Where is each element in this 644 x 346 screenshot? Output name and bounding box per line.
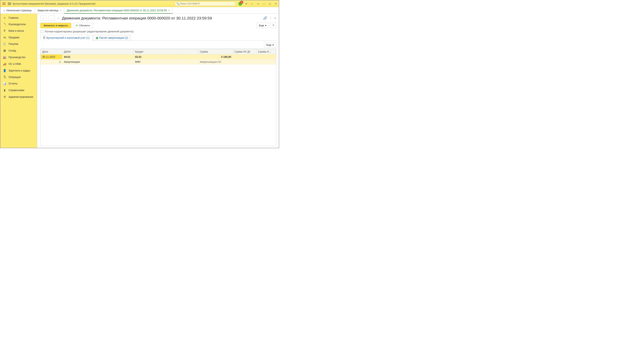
postings-table: Дата Дебет Кредит Сумма Сумма НУ Дт Сумм… [40, 49, 276, 146]
save-and-close-button[interactable]: Записать и закрыть [40, 23, 71, 28]
tab-label: Движения документа: Регламентная операци… [67, 9, 167, 12]
cell-empty [179, 54, 198, 59]
col-date[interactable]: Дата [41, 49, 62, 54]
col-sum-nu-dt[interactable]: Сумма НУ Дт [233, 49, 256, 54]
tab-close-icon[interactable]: × [168, 9, 170, 12]
cell-empty [256, 59, 276, 64]
sidebar-item-main[interactable]: ≡Главное [0, 14, 37, 21]
posting-subrow[interactable]: 1 Амортизация МФУ Амортизация ОС [41, 59, 276, 64]
notifications-button[interactable]: 2 [238, 2, 242, 5]
list-icon: ≡ [3, 16, 6, 19]
minimize-button[interactable]: — [262, 2, 266, 5]
sidebar-item-label: Справочники [8, 89, 24, 92]
chart-icon: 〽 [3, 22, 6, 26]
col-sum-nu-kt[interactable]: Сумма Н... [256, 49, 276, 54]
sidebar-item-label: Отчеты [8, 82, 18, 85]
sidebar-item-purchases[interactable]: 🛒Покупки [0, 40, 37, 47]
sidebar-item-sales[interactable]: 🛍Продажи [0, 34, 37, 40]
sidebar-item-admin[interactable]: ⚙Администрирование [0, 93, 37, 100]
tab-label: Закрытие месяца [37, 9, 58, 12]
close-window-button[interactable]: ✕ [274, 2, 278, 5]
truck-icon: 🚚 [3, 62, 6, 65]
cell-empty [233, 59, 256, 64]
sidebar-item-label: Покупки [8, 42, 18, 45]
sidebar-item-label: Главное [8, 16, 18, 19]
dtkt-icon: ДтКт [43, 36, 45, 39]
gear-icon: ⚙ [3, 95, 6, 98]
sidebar-item-label: Склад [8, 49, 16, 52]
tab-depreciation-calc[interactable]: ▦ Расчет амортизации (1) [93, 35, 131, 40]
forward-button[interactable]: → [48, 15, 55, 21]
link-button[interactable]: 🔗 [263, 16, 267, 20]
posting-row[interactable]: 30.11.2022 44.01 02.01 3 160,00 [41, 54, 276, 59]
notification-badge: 2 [240, 1, 243, 4]
more-button-label: Еще [259, 24, 264, 27]
manual-edit-checkbox[interactable] [40, 30, 44, 33]
back-button[interactable]: ← [40, 15, 47, 21]
sidebar-item-label: ОС и НМА [8, 62, 21, 65]
chevron-down-icon: ▾ [272, 43, 274, 46]
col-credit[interactable]: Кредит [134, 49, 198, 54]
cell-sum: 3 160,00 [198, 54, 233, 59]
search-input[interactable] [180, 2, 234, 5]
title-bar: 1C Бухгалтерия предприятия (базовая), ре… [0, 0, 279, 7]
sidebar-item-label: Производство [8, 56, 26, 59]
book-icon: ▮ [3, 88, 6, 92]
close-page-button[interactable]: × [274, 16, 276, 20]
sidebar-item-label: Руководителю [8, 23, 26, 26]
home-tab[interactable]: ⌂ Начальная страница [0, 7, 35, 13]
tab-accounting[interactable]: ДтКт Бухгалтерский и налоговый учет (1) [40, 35, 92, 40]
bag-icon: 🛍 [3, 36, 6, 39]
cell-empty [86, 54, 103, 59]
sidebar-item-operations[interactable]: ДтКтОперации [0, 74, 37, 80]
cell-date: 30.11.2022 [41, 54, 62, 59]
sidebar-item-manager[interactable]: 〽Руководителю [0, 21, 37, 27]
sidebar-item-reports[interactable]: 📊Отчеты [0, 80, 37, 87]
table-icon: ▦ [96, 36, 98, 39]
dtkt-icon: ДтКт [3, 76, 6, 78]
sidebar-item-warehouse[interactable]: ▦Склад [0, 47, 37, 54]
favorite-star-button[interactable]: ☆ [57, 16, 60, 20]
sidebar-item-label: Администрирование [8, 95, 33, 98]
table-more-button[interactable]: Еще▾ [264, 42, 276, 48]
more-menu-button[interactable]: ⋮ [269, 16, 272, 20]
history-button[interactable]: ↺ [244, 2, 248, 5]
main-menu-button[interactable] [8, 2, 11, 5]
sidebar-item-bank[interactable]: ₽Банк и касса [0, 27, 37, 34]
table-header-row: Дата Дебет Кредит Сумма Сумма НУ Дт Сумм… [41, 49, 276, 54]
cell-empty [233, 54, 256, 59]
maximize-button[interactable]: ◻ [268, 2, 272, 5]
home-icon: ⌂ [3, 9, 5, 12]
cell-empty [256, 54, 276, 59]
sidebar-item-catalogs[interactable]: ▮Справочники [0, 87, 37, 93]
app-title: Бухгалтерия предприятия (базовая), редак… [12, 2, 96, 5]
cell-credit-subconto: МФУ [134, 59, 198, 64]
tab-close-icon[interactable]: × [60, 9, 61, 12]
help-button[interactable]: ? [270, 22, 276, 28]
favorites-button[interactable]: ☆ [250, 2, 254, 5]
page-title: Движения документа: Регламентная операци… [62, 16, 212, 20]
sidebar-item-production[interactable]: 🏭Производство [0, 54, 37, 60]
inner-tab-label: Расчет амортизации (1) [99, 36, 128, 39]
tab-document-movements[interactable]: Движения документа: Регламентная операци… [64, 7, 172, 13]
col-sum[interactable]: Сумма [198, 49, 233, 54]
col-debit[interactable]: Дебет [62, 49, 134, 54]
panel-settings-button[interactable]: ≡ [256, 2, 260, 5]
home-tab-label: Начальная страница [6, 9, 31, 12]
section-sidebar: ≡Главное 〽Руководителю ₽Банк и касса 🛍Пр… [0, 14, 37, 148]
refresh-button-label: Обновить [79, 24, 90, 27]
cell-empty [103, 54, 134, 59]
cell-empty [157, 54, 179, 59]
refresh-button[interactable]: ⟳Обновить [73, 23, 93, 28]
inner-tab-label: Бухгалтерский и налоговый учет (1) [46, 36, 89, 39]
more-button[interactable]: Еще▾ [256, 22, 269, 28]
sidebar-item-payroll[interactable]: 👤Зарплата и кадры [0, 67, 37, 74]
tabs-bar: ⌂ Начальная страница Закрытие месяца × Д… [0, 7, 279, 14]
app-logo: 1C [2, 2, 6, 5]
bars-icon: 📊 [3, 82, 6, 85]
sidebar-item-assets[interactable]: 🚚ОС и НМА [0, 60, 37, 67]
global-search[interactable]: 🔍 [175, 1, 236, 6]
search-icon: 🔍 [176, 2, 180, 5]
tab-month-closing[interactable]: Закрытие месяца × [35, 7, 64, 13]
table-more-label: Еще [266, 43, 272, 46]
